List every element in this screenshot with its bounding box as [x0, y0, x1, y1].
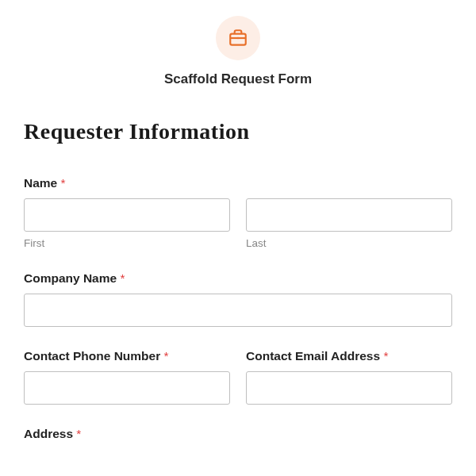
required-mark: * — [61, 176, 66, 190]
company-label-text: Company Name — [24, 271, 117, 285]
phone-label-text: Contact Phone Number — [24, 349, 160, 363]
required-mark: * — [383, 349, 388, 363]
company-field-group: Company Name * — [24, 271, 452, 327]
required-mark: * — [120, 271, 125, 285]
required-mark: * — [164, 349, 169, 363]
company-label: Company Name * — [24, 271, 452, 286]
phone-input[interactable] — [24, 371, 230, 405]
name-label-text: Name — [24, 176, 57, 190]
phone-label: Contact Phone Number * — [24, 349, 230, 363]
address-field-group: Address * — [24, 427, 452, 441]
address-label-text: Address — [24, 427, 73, 440]
address-label: Address * — [24, 427, 452, 441]
first-name-sublabel: First — [24, 237, 230, 249]
last-name-input[interactable] — [246, 198, 452, 232]
email-input[interactable] — [246, 371, 452, 405]
name-label: Name * — [24, 176, 452, 190]
company-input[interactable] — [24, 294, 452, 327]
first-name-input[interactable] — [24, 198, 230, 232]
last-name-sublabel: Last — [246, 237, 452, 249]
form-title: Scaffold Request Form — [24, 71, 452, 87]
required-mark: * — [76, 427, 81, 440]
contact-field-group: Contact Phone Number * Contact Email Add… — [24, 349, 452, 405]
section-heading: Requester Information — [24, 119, 452, 144]
name-field-group: Name * First Last — [24, 176, 452, 249]
briefcase-icon — [216, 16, 260, 60]
email-label: Contact Email Address * — [246, 349, 452, 363]
form-header: Scaffold Request Form — [24, 16, 452, 87]
svg-rect-0 — [230, 34, 246, 45]
email-label-text: Contact Email Address — [246, 349, 380, 363]
